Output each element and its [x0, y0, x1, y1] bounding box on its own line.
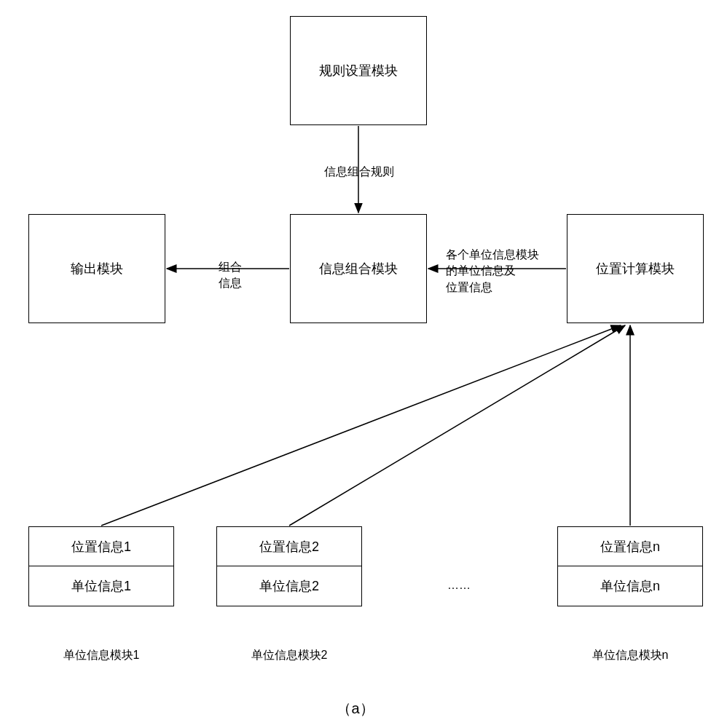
calc-to-combo-line1: 各个单位信息模块 [446, 248, 539, 261]
rule-setting-module-box: 规则设置模块 [290, 16, 427, 125]
calc-to-combo-line3: 位置信息 [446, 281, 492, 293]
edge-label-rule-to-combo: 信息组合规则 [324, 164, 394, 180]
position-info-2-row: 位置信息2 [217, 527, 361, 566]
unit-info-2-row: 单位信息2 [217, 566, 361, 606]
info-combination-module-box: 信息组合模块 [290, 214, 427, 323]
position-info-2-label: 位置信息2 [259, 538, 319, 555]
unit-module-2-caption: 单位信息模块2 [216, 648, 362, 663]
calc-to-combo-line2: 的单位信息及 [446, 264, 516, 277]
unit-info-module-2: 位置信息2 单位信息2 [216, 526, 362, 606]
info-combination-label: 信息组合模块 [319, 260, 398, 277]
unit-module-1-caption: 单位信息模块1 [28, 648, 174, 663]
edge-label-calc-to-combo: 各个单位信息模块 的单位信息及 位置信息 [446, 247, 539, 296]
position-calc-label: 位置计算模块 [596, 260, 675, 277]
edge-label-combo-to-output: 组合 信息 [219, 259, 242, 292]
unit-info-module-n: 位置信息n 单位信息n [557, 526, 703, 606]
figure-caption: （a） [0, 699, 711, 719]
unit-info-2-label: 单位信息2 [259, 577, 319, 595]
unit-info-n-label: 单位信息n [600, 577, 660, 595]
unit-info-module-1: 位置信息1 单位信息1 [28, 526, 174, 606]
position-info-n-row: 位置信息n [558, 527, 702, 566]
combo-to-output-line2: 信息 [219, 277, 242, 289]
position-info-1-label: 位置信息1 [71, 538, 131, 555]
unit-info-1-label: 单位信息1 [71, 577, 131, 595]
arrow-unit2-to-calc [289, 325, 625, 526]
output-module-box: 输出模块 [28, 214, 165, 323]
arrow-unit1-to-calc [101, 325, 621, 526]
ellipsis-label: …… [430, 579, 488, 592]
output-label: 输出模块 [71, 260, 123, 277]
position-info-n-label: 位置信息n [600, 538, 660, 555]
unit-info-n-row: 单位信息n [558, 566, 702, 606]
unit-module-n-caption: 单位信息模块n [557, 648, 703, 663]
position-info-1-row: 位置信息1 [29, 527, 173, 566]
rule-setting-label: 规则设置模块 [319, 62, 398, 79]
unit-info-1-row: 单位信息1 [29, 566, 173, 606]
position-calc-module-box: 位置计算模块 [567, 214, 704, 323]
combo-to-output-line1: 组合 [219, 261, 242, 273]
